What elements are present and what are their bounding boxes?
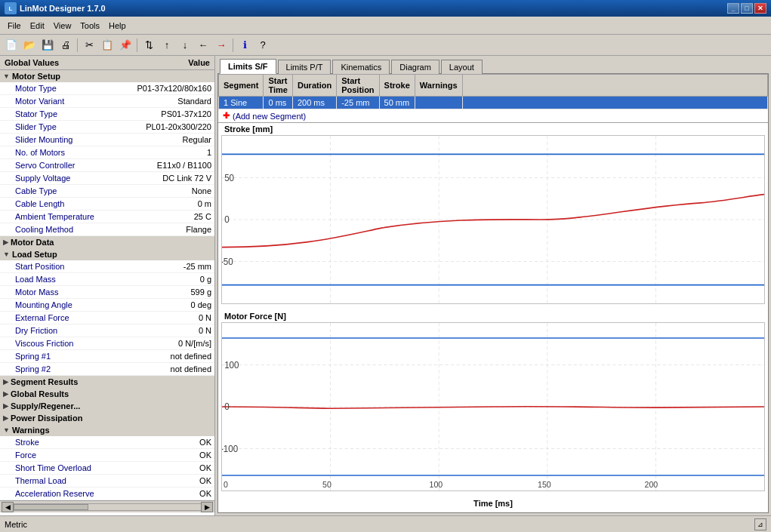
menu-tools[interactable]: Tools	[76, 20, 104, 32]
tree-row[interactable]: StrokeOK	[0, 436, 214, 449]
table-row[interactable]: 1 Sine 0 ms 200 ms -25 mm 50 mm	[219, 97, 768, 109]
tree-row[interactable]: Motor Mass599 g	[0, 286, 214, 299]
cell-num: 1 Sine	[219, 97, 264, 109]
tree-row[interactable]: Spring #2not defined	[0, 363, 214, 376]
col-segment: Segment	[219, 75, 264, 97]
row-label: Thermal Load	[0, 475, 131, 486]
row-value: PS01-37x120	[131, 109, 214, 119]
toolbar-sep-2	[137, 38, 137, 52]
tree-row[interactable]: Cooling MethodFlange	[0, 223, 214, 236]
row-label: Motor Variant	[0, 96, 131, 106]
right-button[interactable]: →	[213, 37, 230, 54]
section-header-warnings[interactable]: ▼Warnings	[0, 424, 214, 436]
row-label: Viscous Friction	[0, 338, 131, 349]
section-header-global-results[interactable]: ▶Global Results	[0, 388, 214, 400]
open-button[interactable]: 📂	[21, 37, 38, 54]
tree-row[interactable]: Slider TypePL01-20x300/220	[0, 121, 214, 134]
tree-row[interactable]: Load Mass0 g	[0, 273, 214, 286]
section-label-power-dissipation: Power Dissipation	[11, 414, 82, 423]
copy-button[interactable]: 📋	[99, 37, 116, 54]
tab-limits-pt[interactable]: Limits P/T	[278, 60, 332, 74]
scrollbar-area[interactable]: ◀ ▶	[0, 500, 214, 512]
row-label: Supply Voltage	[0, 173, 131, 183]
cut-button[interactable]: ✂	[81, 37, 97, 54]
paste-button[interactable]: 📌	[117, 37, 134, 54]
minimize-button[interactable]: _	[727, 3, 739, 14]
row-label: Slider Type	[0, 121, 131, 132]
stroke-chart-title: Stroke [mm]	[221, 123, 765, 135]
app-icon: L	[5, 2, 17, 14]
info-button[interactable]: ℹ	[236, 37, 253, 54]
tab-kinematics[interactable]: Kinematics	[332, 60, 390, 74]
tree-row[interactable]: Viscous Friction0 N/[m/s]	[0, 337, 214, 350]
tree-row[interactable]: Mounting Angle0 deg	[0, 299, 214, 312]
tree-row[interactable]: Motor VariantStandard	[0, 95, 214, 108]
cell-start-position: -25 mm	[337, 97, 379, 109]
tree-row[interactable]: Acceleration ReserveOK	[0, 487, 214, 500]
maximize-button[interactable]: □	[741, 3, 753, 14]
down-button[interactable]: ↓	[177, 37, 193, 54]
row-value: 599 g	[131, 287, 214, 297]
tree-row[interactable]: Start Position-25 mm	[0, 260, 214, 273]
row-label: Cooling Method	[0, 224, 131, 235]
row-value: 25 C	[131, 211, 214, 222]
close-button[interactable]: ✕	[754, 3, 766, 14]
adjust-button[interactable]: ⇅	[140, 37, 157, 54]
tab-layout[interactable]: Layout	[441, 60, 483, 74]
segment-table: Segment Start Time Duration Start Positi…	[218, 74, 768, 123]
row-value: -25 mm	[131, 261, 214, 272]
print-button[interactable]: 🖨	[57, 37, 74, 54]
tree-row[interactable]: Ambient Temperature25 C	[0, 211, 214, 223]
help-button[interactable]: ?	[254, 37, 271, 54]
section-header-load-setup[interactable]: ▼Load Setup	[0, 248, 214, 260]
tree-row[interactable]: External Force0 N	[0, 312, 214, 324]
tree-row[interactable]: Supply VoltageDC Link 72 V	[0, 172, 214, 185]
scroll-left-btn[interactable]: ◀	[2, 502, 14, 512]
tree-row[interactable]: Cable Length0 m	[0, 198, 214, 211]
section-header-motor-data[interactable]: ▶Motor Data	[0, 236, 214, 248]
tree-row[interactable]: Servo ControllerE11x0 / B1100	[0, 159, 214, 172]
menu-file[interactable]: File	[3, 20, 26, 32]
tree-row[interactable]: Dry Friction0 N	[0, 324, 214, 337]
svg-text:0: 0	[224, 401, 230, 412]
menu-view[interactable]: View	[49, 20, 76, 32]
left-button[interactable]: ←	[195, 37, 211, 54]
row-label: Slider Mounting	[0, 134, 131, 145]
tree-row[interactable]: No. of Motors1	[0, 146, 214, 159]
row-value: 0 N/[m/s]	[131, 338, 214, 349]
col2-header: Value	[146, 56, 214, 69]
add-segment-btn[interactable]: ✚ (Add new Segment)	[218, 109, 768, 122]
toolbar: 📄 📂 💾 🖨 ✂ 📋 📌 ⇅ ↑ ↓ ← → ℹ ?	[0, 35, 771, 56]
menu-bar: File Edit View Tools Help	[0, 17, 771, 35]
scrollbar-thumb[interactable]	[14, 504, 88, 510]
row-value: P01-37x120/80x160	[131, 83, 214, 94]
tree-row[interactable]: Spring #1not defined	[0, 350, 214, 363]
tree-row[interactable]: Cable TypeNone	[0, 185, 214, 198]
tree-row[interactable]: Stator TypePS01-37x120	[0, 108, 214, 121]
resize-handle[interactable]: ⊿	[754, 518, 766, 530]
row-value: OK	[131, 450, 214, 460]
section-header-supply-regen[interactable]: ▶Supply/Regener...	[0, 400, 214, 412]
scrollbar-track[interactable]	[14, 503, 201, 511]
svg-text:150: 150	[538, 479, 551, 488]
section-header-segment-results[interactable]: ▶Segment Results	[0, 376, 214, 388]
section-label-load-setup: Load Setup	[12, 250, 57, 259]
save-button[interactable]: 💾	[39, 37, 56, 54]
row-label: Cable Type	[0, 186, 131, 196]
tab-diagram[interactable]: Diagram	[391, 60, 439, 74]
scroll-right-btn[interactable]: ▶	[201, 502, 213, 512]
force-chart-box: 100 0 -100 0 50 100 150 200	[221, 322, 765, 491]
tree-row[interactable]: ForceOK	[0, 449, 214, 462]
up-button[interactable]: ↑	[159, 37, 175, 54]
menu-edit[interactable]: Edit	[26, 20, 49, 32]
tree-row[interactable]: Thermal LoadOK	[0, 475, 214, 487]
tree-row[interactable]: Short Time OverloadOK	[0, 462, 214, 475]
tab-limits-sf[interactable]: Limits S/F	[220, 59, 276, 74]
tree-row[interactable]: Motor TypeP01-37x120/80x160	[0, 82, 214, 95]
section-header-motor-setup[interactable]: ▼Motor Setup	[0, 70, 214, 82]
menu-help[interactable]: Help	[104, 20, 131, 32]
col-stroke: Stroke	[379, 75, 415, 97]
tree-row[interactable]: Slider MountingRegular	[0, 134, 214, 146]
section-header-power-dissipation[interactable]: ▶Power Dissipation	[0, 412, 214, 424]
new-button[interactable]: 📄	[3, 37, 20, 54]
